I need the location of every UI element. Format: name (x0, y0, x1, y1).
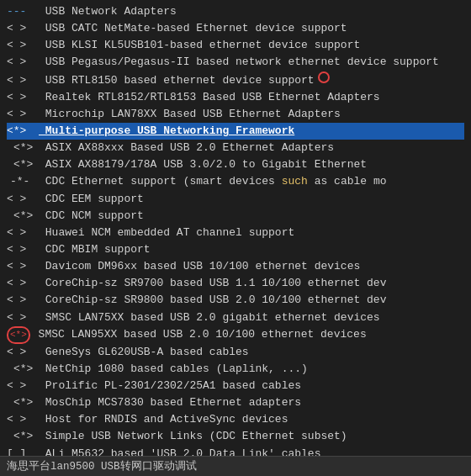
list-item: < > Huawei NCM embedded AT channel suppo… (7, 225, 464, 241)
list-item: <*> ASIX AX88xxx Based USB 2.0 Ethernet … (7, 140, 464, 156)
list-item: < > USB KLSI KL5USB101-based ethernet de… (7, 37, 464, 54)
status-bar: 海思平台lan9500 USB转网口驱动调试 (0, 456, 471, 476)
list-item: < > SMSC LAN75XX based USB 2.0 gigabit e… (7, 309, 464, 326)
list-item: <*> MosChip MCS7830 based Ethernet adapt… (7, 394, 464, 411)
list-item: <*> NetChip 1080 based cables (Laplink, … (7, 361, 464, 378)
list-item: < > Host for RNDIS and ActiveSync device… (7, 411, 464, 428)
list-item: <*> Simple USB Network Links (CDC Ethern… (7, 428, 464, 445)
list-item: < > CoreChip-sz SR9700 based USB 1.1 10/… (7, 275, 464, 292)
list-item-highlighted[interactable]: <*> Multi-purpose USB Networking Framewo… (7, 123, 464, 140)
terminal: --- USB Network Adapters < > USB CATC Ne… (0, 0, 471, 476)
list-item: <*> CDC NCM support (7, 208, 464, 225)
list-item: < > Prolific PL-2301/2302/25A1 based cab… (7, 378, 464, 394)
list-item: < > CDC MBIM support (7, 241, 464, 258)
list-item[interactable]: < > USB RTL8150 based ethernet device su… (7, 71, 464, 89)
list-item: <*> ASIX AX88179/178A USB 3.0/2.0 to Gig… (7, 156, 464, 173)
list-item: < > USB CATC NetMate-based Ethernet devi… (7, 20, 464, 37)
list-item: < > CoreChip-sz SR9800 based USB 2.0 10/… (7, 292, 464, 309)
list-item: < > GeneSys GL620USB-A based cables (7, 344, 464, 361)
list-item: < > Davicom DM96xx based USB 10/100 ethe… (7, 258, 464, 275)
list-item: < > USB Pegasus/Pegasus-II based network… (7, 54, 464, 71)
list-item: --- USB Network Adapters (7, 3, 464, 20)
list-item: < > Microchip LAN78XX Based USB Ethernet… (7, 106, 464, 123)
list-item: -*- CDC Ethernet support (smart devices … (7, 173, 464, 190)
status-text: 海思平台lan9500 USB转网口驱动调试 (7, 459, 197, 473)
list-item: < > CDC EEM support (7, 191, 464, 208)
content-area: --- USB Network Adapters < > USB CATC Ne… (0, 0, 471, 456)
list-item[interactable]: <*> SMSC LAN95XX based USB 2.0 10/100 et… (7, 326, 464, 344)
list-item: < > Realtek RTL8152/RTL8153 Based USB Et… (7, 89, 464, 106)
list-item: [ ] ALi M5632 based 'USB 2.0 Data Link' … (7, 446, 464, 456)
oval-badge: <*> (7, 326, 30, 344)
oval-indicator (318, 71, 330, 83)
